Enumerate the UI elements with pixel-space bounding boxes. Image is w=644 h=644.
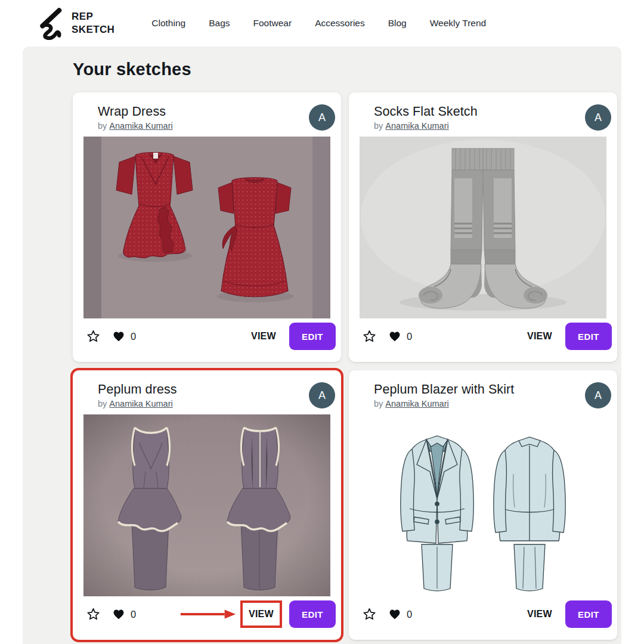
edit-button[interactable]: EDIT xyxy=(289,323,336,350)
nav-item-blog[interactable]: Blog xyxy=(388,18,407,29)
card-footer: 0 VIEW EDIT xyxy=(360,320,612,353)
likes-count: 0 xyxy=(407,609,412,620)
wrap-dress-image[interactable] xyxy=(83,137,330,318)
card-header: Socks Flat Sketch byAnamika Kumari A xyxy=(360,104,606,131)
edit-button[interactable]: EDIT xyxy=(289,600,336,628)
view-button[interactable]: VIEW xyxy=(527,609,552,620)
nav-item-footwear[interactable]: Footwear xyxy=(253,18,292,29)
sketch-title: Wrap Dress xyxy=(98,104,173,119)
star-icon[interactable] xyxy=(362,607,377,622)
edit-button[interactable]: EDIT xyxy=(565,600,612,628)
nav-item-bags[interactable]: Bags xyxy=(209,18,230,29)
sketch-card-peplum-blazer: Peplum Blazer with Skirt byAnamika Kumar… xyxy=(349,370,617,640)
card-header: Peplum Blazer with Skirt byAnamika Kumar… xyxy=(360,382,606,408)
brand-name: REP SKETCH xyxy=(72,10,114,36)
sketch-grid: Wrap Dress byAnamika Kumari A xyxy=(73,92,617,640)
byline-prefix: by xyxy=(98,121,107,131)
sketch-title: Peplum Blazer with Skirt xyxy=(374,382,514,397)
author-link[interactable]: Anamika Kumari xyxy=(385,399,448,408)
byline-prefix: by xyxy=(374,121,383,131)
card-header: Peplum dress byAnamika Kumari A xyxy=(83,382,330,408)
annotation-view-box: VIEW xyxy=(240,600,282,628)
peplum-dress-image[interactable] xyxy=(83,414,330,596)
page-title: Your sketches xyxy=(73,60,191,79)
likes-count: 0 xyxy=(131,609,136,620)
author-link[interactable]: Anamika Kumari xyxy=(385,121,448,131)
sketch-card-wrap-dress: Wrap Dress byAnamika Kumari A xyxy=(73,92,341,362)
edit-button[interactable]: EDIT xyxy=(565,323,612,350)
heart-icon[interactable] xyxy=(388,608,401,621)
sketch-title: Socks Flat Sketch xyxy=(374,104,478,119)
nav-item-weekly-trend[interactable]: Weekly Trend xyxy=(430,18,486,29)
brand-logo[interactable]: REP SKETCH xyxy=(33,7,114,40)
author-link[interactable]: Anamika Kumari xyxy=(109,121,172,131)
peplum-blazer-image[interactable] xyxy=(360,414,606,596)
avatar[interactable]: A xyxy=(309,104,335,131)
top-navbar: REP SKETCH Clothing Bags Footwear Access… xyxy=(0,0,644,47)
heart-icon[interactable] xyxy=(388,330,401,343)
scribble-logo-icon xyxy=(33,7,66,40)
nav-item-accessories[interactable]: Accessories xyxy=(315,18,365,29)
byline: byAnamika Kumari xyxy=(98,121,173,131)
sketch-card-peplum-dress-highlighted: Peplum dress byAnamika Kumari A xyxy=(73,370,341,640)
likes-count: 0 xyxy=(131,331,136,342)
avatar[interactable]: A xyxy=(585,382,611,408)
view-button[interactable]: VIEW xyxy=(249,609,274,620)
view-button[interactable]: VIEW xyxy=(527,331,552,342)
nav-item-clothing[interactable]: Clothing xyxy=(151,18,185,29)
byline: byAnamika Kumari xyxy=(374,399,514,408)
main-nav: Clothing Bags Footwear Accessories Blog … xyxy=(151,18,486,29)
likes-count: 0 xyxy=(407,331,412,342)
card-footer: 0 VIEW EDIT xyxy=(83,597,336,631)
card-footer: 0 VIEW EDIT xyxy=(360,597,612,631)
byline: byAnamika Kumari xyxy=(374,121,478,131)
view-button[interactable]: VIEW xyxy=(251,331,276,342)
byline-prefix: by xyxy=(98,399,107,408)
byline: byAnamika Kumari xyxy=(98,399,177,408)
sketch-card-socks: Socks Flat Sketch byAnamika Kumari A xyxy=(349,92,617,362)
avatar[interactable]: A xyxy=(309,382,335,408)
heart-icon[interactable] xyxy=(112,608,125,621)
card-header: Wrap Dress byAnamika Kumari A xyxy=(83,104,330,131)
author-link[interactable]: Anamika Kumari xyxy=(109,399,172,408)
content-panel: Your sketches Wrap Dress byAnamika Kumar… xyxy=(23,47,621,644)
card-footer: 0 VIEW EDIT xyxy=(83,320,336,353)
star-icon[interactable] xyxy=(86,607,101,622)
socks-image[interactable] xyxy=(360,137,606,318)
star-icon[interactable] xyxy=(86,329,101,344)
sketch-title: Peplum dress xyxy=(98,382,177,397)
star-icon[interactable] xyxy=(362,329,377,344)
byline-prefix: by xyxy=(374,399,383,408)
heart-icon[interactable] xyxy=(112,330,125,343)
annotation-arrow-icon xyxy=(179,608,237,620)
avatar[interactable]: A xyxy=(585,104,611,131)
